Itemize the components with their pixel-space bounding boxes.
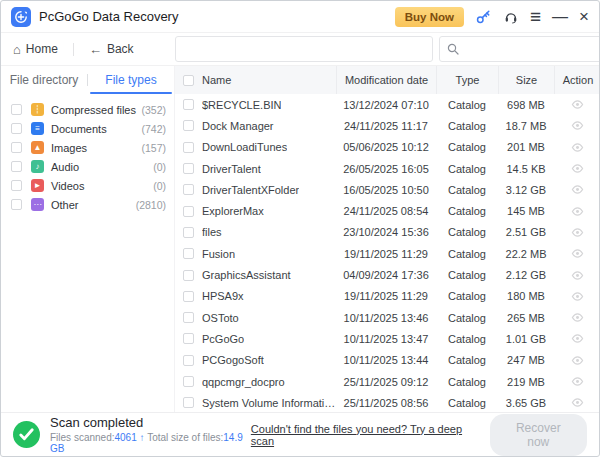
table-row[interactable]: PcGoGo 10/11/2025 13:47 Catalog 1.01 GB xyxy=(175,328,599,349)
file-type-item[interactable]: ▲ Images (157) xyxy=(1,138,174,157)
search-input[interactable] xyxy=(464,43,600,55)
table-row[interactable]: HPSA9x 19/11/2025 11:29 Catalog 180 MB xyxy=(175,286,599,307)
file-size: 145 MB xyxy=(498,205,554,217)
file-type-count: (0) xyxy=(153,161,166,173)
deep-scan-link[interactable]: Couldn't find the files you need? Try a … xyxy=(251,423,480,447)
table-row[interactable]: PCGogoSoft 10/11/2025 13:44 Catalog 247 … xyxy=(175,350,599,371)
table-row[interactable]: DownLoadiTunes 05/06/2025 10:12 Catalog … xyxy=(175,137,599,158)
file-name: $RECYCLE.BIN xyxy=(202,99,281,111)
row-checkbox[interactable] xyxy=(183,270,194,281)
preview-eye-icon[interactable] xyxy=(571,332,584,345)
back-arrow-icon: ← xyxy=(89,42,102,57)
file-type-checkbox[interactable] xyxy=(11,161,22,172)
file-type: Catalog xyxy=(436,226,498,238)
file-type-checkbox[interactable] xyxy=(11,104,22,115)
file-name: DriverTalent xyxy=(202,163,261,175)
preview-eye-icon[interactable] xyxy=(571,375,584,388)
file-type-item[interactable]: ♪ Audio (0) xyxy=(1,157,174,176)
row-checkbox[interactable] xyxy=(183,227,194,238)
file-date: 23/10/2024 15:36 xyxy=(336,226,436,238)
file-type-item[interactable]: ► Videos (0) xyxy=(1,176,174,195)
file-name: ExplorerMax xyxy=(202,205,264,217)
row-checkbox[interactable] xyxy=(183,99,194,110)
header-name[interactable]: Name xyxy=(202,74,231,86)
file-type-checkbox[interactable] xyxy=(11,123,22,134)
row-checkbox[interactable] xyxy=(183,163,194,174)
preview-eye-icon[interactable] xyxy=(571,183,584,196)
tab-file-directory[interactable]: File directory xyxy=(1,66,87,94)
buy-now-button[interactable]: Buy Now xyxy=(395,7,464,27)
row-checkbox[interactable] xyxy=(183,206,194,217)
preview-eye-icon[interactable] xyxy=(571,396,584,409)
row-checkbox[interactable] xyxy=(183,120,194,131)
preview-eye-icon[interactable] xyxy=(571,98,584,111)
app-window: PcGoGo Data Recovery Buy Now ≡ — xyxy=(0,0,600,457)
row-checkbox[interactable] xyxy=(183,291,194,302)
file-type-item[interactable]: ≡ Documents (742) xyxy=(1,119,174,138)
file-type: Catalog xyxy=(436,333,498,345)
preview-eye-icon[interactable] xyxy=(571,141,584,154)
file-name: qqpcmgr_docpro xyxy=(202,376,285,388)
tab-file-types[interactable]: File types xyxy=(88,66,174,94)
file-type: Catalog xyxy=(436,99,498,111)
preview-eye-icon[interactable] xyxy=(571,290,584,303)
preview-eye-icon[interactable] xyxy=(571,119,584,132)
select-all-checkbox[interactable] xyxy=(183,75,194,86)
preview-eye-icon[interactable] xyxy=(571,247,584,260)
table-row[interactable]: DriverTalentXFolder 16/05/2025 10:50 Cat… xyxy=(175,179,599,200)
license-key-icon[interactable] xyxy=(475,8,492,25)
preview-eye-icon[interactable] xyxy=(571,162,584,175)
table-row[interactable]: $RECYCLE.BIN 13/12/2024 07:10 Catalog 69… xyxy=(175,94,599,115)
support-headset-icon[interactable] xyxy=(503,9,519,25)
preview-eye-icon[interactable] xyxy=(571,226,584,239)
close-button[interactable]: × xyxy=(579,9,589,25)
row-checkbox[interactable] xyxy=(183,397,194,408)
file-type-count: (157) xyxy=(141,142,166,154)
total-size-label: Total size of files: xyxy=(147,432,223,443)
table-row[interactable]: Fusion 19/11/2025 11:29 Catalog 22.2 MB xyxy=(175,243,599,264)
table-row[interactable]: Dock Manager 24/11/2025 11:17 Catalog 18… xyxy=(175,115,599,136)
header-size[interactable]: Size xyxy=(498,66,554,94)
file-type-checkbox[interactable] xyxy=(11,142,22,153)
preview-eye-icon[interactable] xyxy=(571,269,584,282)
header-modification-date[interactable]: Modification date xyxy=(336,66,436,94)
scan-success-icon xyxy=(13,421,40,448)
file-date: 19/11/2025 11:29 xyxy=(336,248,436,260)
table-row[interactable]: ExplorerMax 24/11/2025 08:54 Catalog 145… xyxy=(175,200,599,221)
table-row[interactable]: files 23/10/2024 15:36 Catalog 2.51 GB xyxy=(175,222,599,243)
file-type: Catalog xyxy=(436,120,498,132)
menu-icon[interactable]: ≡ xyxy=(530,9,541,25)
file-size: 3.65 GB xyxy=(498,397,554,409)
back-button[interactable]: ← Back xyxy=(89,42,134,57)
minimize-button[interactable]: — xyxy=(552,9,568,25)
row-checkbox[interactable] xyxy=(183,333,194,344)
row-checkbox[interactable] xyxy=(183,312,194,323)
table-row[interactable]: System Volume Information 25/11/2025 08:… xyxy=(175,392,599,412)
row-checkbox[interactable] xyxy=(183,376,194,387)
file-size: 247 MB xyxy=(498,354,554,366)
row-checkbox[interactable] xyxy=(183,142,194,153)
table-row[interactable]: qqpcmgr_docpro 25/11/2025 09:12 Catalog … xyxy=(175,371,599,392)
file-type-item[interactable]: ┆ Compressed files (352) xyxy=(1,100,174,119)
search-box[interactable] xyxy=(439,36,600,62)
file-type: Catalog xyxy=(436,376,498,388)
file-type-item[interactable]: ⋯ Other (2810) xyxy=(1,195,174,214)
sidebar: File directory File types ┆ Compressed f… xyxy=(1,66,175,412)
file-type: Catalog xyxy=(436,269,498,281)
path-input[interactable] xyxy=(175,36,433,62)
table-row[interactable]: GraphicsAssistant 04/09/2024 17:36 Catal… xyxy=(175,264,599,285)
table-row[interactable]: DriverTalent 26/05/2025 16:05 Catalog 14… xyxy=(175,158,599,179)
home-button[interactable]: ⌂ Home xyxy=(13,42,58,57)
row-checkbox[interactable] xyxy=(183,355,194,366)
file-date: 10/11/2025 13:47 xyxy=(336,333,436,345)
row-checkbox[interactable] xyxy=(183,248,194,259)
recover-now-button[interactable]: Recover now xyxy=(490,414,587,456)
preview-eye-icon[interactable] xyxy=(571,205,584,218)
row-checkbox[interactable] xyxy=(183,184,194,195)
preview-eye-icon[interactable] xyxy=(571,311,584,324)
header-type[interactable]: Type xyxy=(436,66,498,94)
file-type-checkbox[interactable] xyxy=(11,180,22,191)
preview-eye-icon[interactable] xyxy=(571,354,584,367)
table-row[interactable]: OSToto 10/11/2025 13:46 Catalog 265 MB xyxy=(175,307,599,328)
file-type-checkbox[interactable] xyxy=(11,199,22,210)
